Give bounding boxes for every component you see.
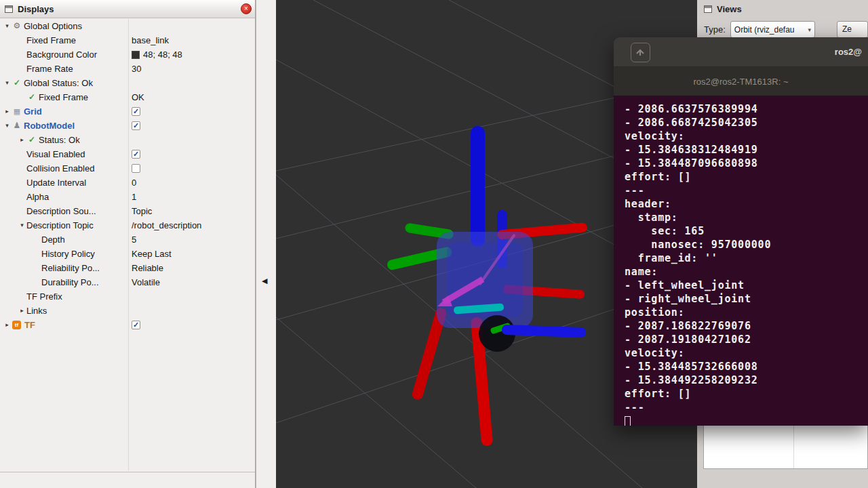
terminal-line: velocity: [625, 346, 868, 360]
tree-row[interactable]: Alpha1 [0, 190, 255, 204]
tree-row[interactable]: Description Sou...Topic [0, 204, 255, 218]
tree-row[interactable]: History PolicyKeep Last [0, 247, 255, 261]
property-value-cell[interactable] [128, 161, 255, 176]
checkbox-checked[interactable]: ✓ [132, 121, 140, 130]
property-label: Grid [24, 104, 42, 119]
property-value-cell[interactable]: 5 [128, 232, 255, 247]
collapse-arrow-icon[interactable]: ▾ [3, 76, 12, 90]
displays-tree: ▾⚙Global OptionsFixed Framebase_linkBack… [0, 19, 255, 332]
property-value-cell[interactable]: ✓ [128, 104, 255, 119]
checkbox-checked[interactable]: ✓ [132, 107, 140, 116]
zero-button[interactable]: Ze [837, 21, 868, 38]
tree-row[interactable]: ▾⚙Global Options [0, 19, 255, 33]
tree-row[interactable]: ▾♟RobotModel✓ [0, 119, 255, 133]
terminal-line: - 15.384492258209232 [625, 373, 868, 387]
close-panel-button[interactable]: × [241, 3, 252, 14]
property-value-cell[interactable]: 1 [128, 190, 255, 204]
terminal-title-text: ros2@ [835, 37, 862, 67]
type-label: Type: [704, 24, 726, 35]
property-value-cell [128, 19, 255, 33]
property-value-cell[interactable]: Volatile [128, 275, 255, 289]
tree-row[interactable]: ✓Fixed FrameOK [0, 90, 255, 104]
column-divider[interactable] [128, 19, 129, 471]
tree-row[interactable]: Visual Enabled✓ [0, 147, 255, 161]
view-type-combobox[interactable]: Orbit (rviz_defau ▾ [730, 21, 815, 38]
terminal-output[interactable]: - 2086.6637576389994- 2086.6687425042305… [614, 96, 868, 426]
property-name-cell: Frame Rate [0, 62, 128, 76]
displays-panel: Displays × ▾⚙Global OptionsFixed Frameba… [0, 0, 256, 488]
property-value-cell[interactable]: OK [128, 90, 255, 104]
tree-row[interactable]: ▾✓Global Status: Ok [0, 76, 255, 90]
panel-splitter[interactable]: ◀ [256, 0, 276, 488]
displays-titlebar[interactable]: Displays × [0, 0, 255, 18]
property-value: 0 [132, 176, 136, 190]
property-label: Collision Enabled [26, 161, 94, 176]
collapse-arrow-icon[interactable]: ▾ [3, 119, 12, 133]
property-label: RobotModel [24, 119, 75, 133]
tree-row[interactable]: Reliability Po...Reliable [0, 261, 255, 275]
tree-row[interactable]: ▸tfTF✓ [0, 318, 255, 332]
property-value-cell[interactable]: Keep Last [128, 247, 255, 261]
expand-arrow-icon[interactable]: ▸ [18, 133, 26, 147]
checkbox-unchecked[interactable] [132, 164, 140, 173]
property-label: Frame Rate [26, 62, 73, 76]
views-panel-title: Views [717, 4, 742, 14]
property-value-cell[interactable]: base_link [128, 33, 255, 47]
collapse-arrow-icon[interactable]: ▾ [18, 218, 26, 232]
property-name-cell: Collision Enabled [0, 161, 128, 176]
tree-row[interactable]: ▸Links [0, 304, 255, 318]
property-value-cell[interactable]: 0 [128, 176, 255, 190]
terminal-line: - 15.384485732666008 [625, 360, 868, 373]
property-value-cell [128, 289, 255, 304]
expand-arrow-icon[interactable]: ▸ [3, 318, 12, 332]
tree-row[interactable]: Frame Rate30 [0, 62, 255, 76]
property-value-cell[interactable]: /robot_description [128, 218, 255, 232]
property-label: Alpha [26, 190, 49, 204]
tree-row[interactable]: Update Interval0 [0, 176, 255, 190]
expand-arrow-icon[interactable]: ▸ [3, 104, 12, 119]
terminal-line: --- [625, 401, 868, 414]
tree-row[interactable]: Fixed Framebase_link [0, 33, 255, 47]
terminal-titlebar[interactable]: ros2@ [614, 37, 868, 67]
tree-row[interactable]: Durability Po...Volatile [0, 275, 255, 289]
tree-row[interactable]: Background Color48; 48; 48 [0, 47, 255, 62]
check-icon: ✓ [26, 133, 37, 147]
hide-panel-arrow-icon[interactable]: ◀ [262, 277, 267, 285]
property-value-cell[interactable]: 30 [128, 62, 255, 76]
property-label: Description Sou... [26, 204, 96, 218]
expand-arrow-icon[interactable]: ▸ [18, 304, 26, 318]
tree-row[interactable]: Depth5 [0, 232, 255, 247]
property-value-cell [128, 76, 255, 90]
views-header[interactable]: Views [697, 0, 868, 16]
tree-row[interactable]: ▸✓Status: Ok [0, 133, 255, 147]
terminal-line: nanosec: 957000000 [625, 238, 868, 251]
new-tab-button[interactable] [631, 43, 650, 62]
property-name-cell: ▸▦Grid [0, 104, 128, 119]
tree-row[interactable]: TF Prefix [0, 289, 255, 304]
property-value-cell[interactable]: Topic [128, 204, 255, 218]
property-value: 5 [132, 232, 136, 247]
terminal-line: sec: 165 [625, 224, 868, 238]
property-value-cell[interactable]: Reliable [128, 261, 255, 275]
tree-row[interactable]: ▸▦Grid✓ [0, 104, 255, 119]
checkbox-checked[interactable]: ✓ [132, 150, 140, 159]
displays-panel-title: Displays [18, 4, 54, 14]
property-name-cell: ▸tfTF [0, 318, 128, 332]
property-value-cell[interactable]: ✓ [128, 119, 255, 133]
property-value-cell[interactable]: ✓ [128, 318, 255, 332]
property-label: Status: Ok [39, 133, 80, 147]
checkbox-checked[interactable]: ✓ [132, 321, 140, 329]
terminal-tabbar[interactable]: ros2@ros2-TM1613R: ~ [614, 67, 868, 96]
terminal-tab-title[interactable]: ros2@ros2-TM1613R: ~ [694, 77, 789, 87]
views-type-row: Type: Orbit (rviz_defau ▾ Ze [704, 21, 868, 38]
tree-row[interactable]: Collision Enabled [0, 161, 255, 176]
collapse-arrow-icon[interactable]: ▾ [3, 19, 12, 33]
terminal-line: - 15.384638312484919 [625, 143, 868, 157]
property-value-cell[interactable]: 48; 48; 48 [128, 47, 255, 62]
new-tab-arrow-icon [635, 47, 646, 58]
property-label: Depth [41, 232, 65, 247]
property-value-cell[interactable]: ✓ [128, 147, 255, 161]
property-name-cell: Durability Po... [0, 275, 128, 289]
panel-icon [5, 5, 13, 13]
tree-row[interactable]: ▾Description Topic/robot_description [0, 218, 255, 232]
